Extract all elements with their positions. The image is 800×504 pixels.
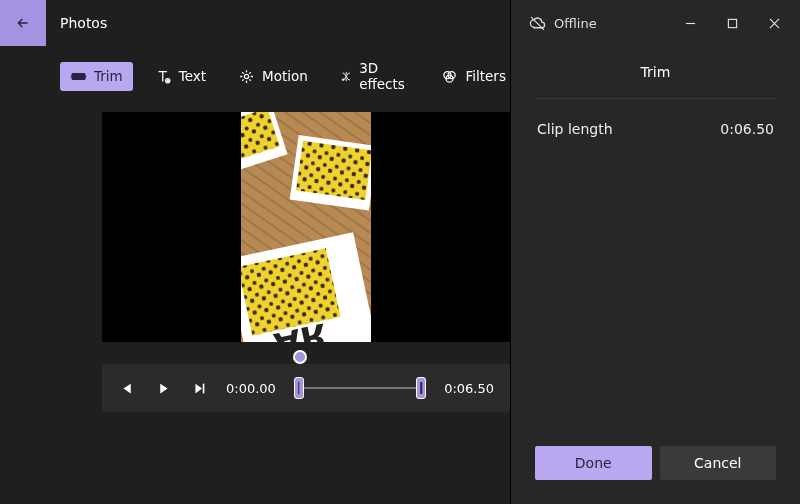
trim-track[interactable] — [294, 364, 426, 412]
clip-length-label: Clip length — [537, 121, 613, 137]
next-frame-button[interactable] — [184, 364, 214, 412]
clip-length-row: Clip length 0:06.50 — [535, 99, 776, 159]
tool-trim-label: Trim — [94, 68, 123, 84]
play-button[interactable] — [148, 364, 178, 412]
tool-motion[interactable]: Motion — [228, 62, 318, 91]
filters-icon — [441, 68, 458, 85]
trim-handle-start[interactable] — [294, 377, 304, 399]
svg-point-3 — [342, 78, 344, 80]
clip-length-value: 0:06.50 — [720, 121, 774, 137]
tool-filters[interactable]: Filters — [431, 62, 515, 91]
close-button[interactable] — [754, 5, 794, 41]
prev-frame-button[interactable] — [112, 364, 142, 412]
motion-icon — [238, 68, 255, 85]
offline-label: Offline — [554, 16, 597, 31]
svg-rect-22 — [728, 19, 736, 27]
effects-3d-icon — [340, 68, 352, 85]
editor-toolbar: Trim Text Motion 3D effects Filters — [46, 46, 510, 112]
end-time: 0:06.50 — [438, 381, 500, 396]
arrow-left-icon — [15, 15, 31, 31]
video-preview[interactable]: AR — [102, 112, 510, 342]
playhead[interactable] — [293, 350, 307, 364]
playback-controls: 0:00.00 0:06.50 — [102, 364, 510, 412]
cloud-offline-icon — [529, 15, 546, 32]
cancel-button[interactable]: Cancel — [660, 446, 777, 480]
step-back-icon — [121, 382, 134, 395]
text-icon — [155, 68, 172, 85]
tool-motion-label: Motion — [262, 68, 308, 84]
tool-text[interactable]: Text — [145, 62, 216, 91]
side-panel: Offline Trim Clip length 0:06.50 Done Ca… — [510, 0, 800, 504]
step-forward-icon — [193, 382, 206, 395]
svg-rect-21 — [202, 383, 204, 393]
tool-text-label: Text — [179, 68, 206, 84]
tool-effects-label: 3D effects — [359, 60, 409, 92]
trim-icon — [70, 68, 87, 85]
track-line — [300, 387, 420, 389]
play-icon — [157, 382, 170, 395]
maximize-button[interactable] — [712, 5, 752, 41]
minimize-button[interactable] — [670, 5, 710, 41]
tool-3d-effects[interactable]: 3D effects — [330, 54, 420, 98]
window-controls: Offline — [511, 0, 800, 46]
svg-point-2 — [244, 74, 248, 78]
tool-filters-label: Filters — [465, 68, 505, 84]
offline-indicator[interactable]: Offline — [529, 15, 668, 32]
minimize-icon — [685, 18, 696, 29]
panel-title: Trim — [535, 64, 776, 99]
back-button[interactable] — [0, 0, 46, 46]
trim-handle-end[interactable] — [416, 377, 426, 399]
app-title: Photos — [46, 0, 510, 46]
maximize-icon — [727, 18, 738, 29]
main-area: Photos Trim Text Motion 3D effects — [46, 0, 510, 504]
video-thumbnail: AR — [241, 112, 371, 342]
current-time: 0:00.00 — [220, 381, 282, 396]
close-icon — [769, 18, 780, 29]
svg-rect-17 — [296, 141, 371, 200]
svg-rect-0 — [72, 73, 85, 79]
done-button[interactable]: Done — [535, 446, 652, 480]
tool-trim[interactable]: Trim — [60, 62, 133, 91]
